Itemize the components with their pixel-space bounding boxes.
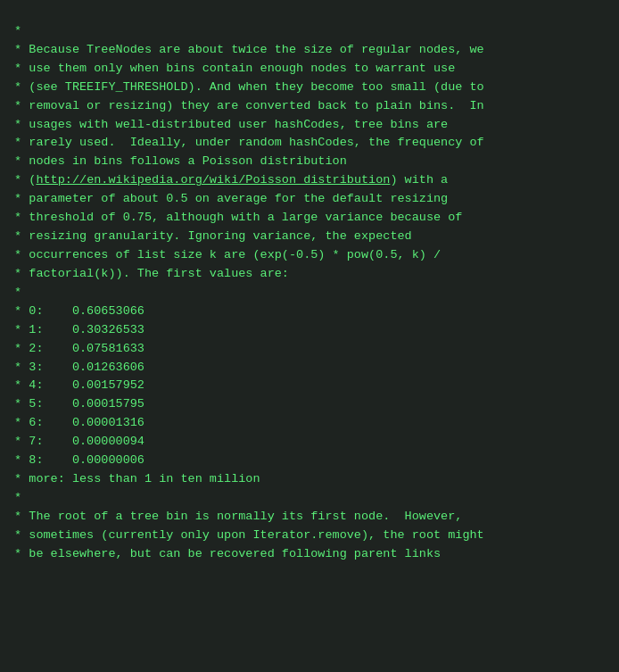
code-line: * 8: 0.00000006 <box>7 452 612 470</box>
code-line: * use them only when bins contain enough… <box>7 60 612 79</box>
code-line: * usages with well-distributed user hash… <box>7 116 612 135</box>
code-line: * (see TREEIFY_THRESHOLD). And when they… <box>7 79 612 97</box>
code-block: * * Because TreeNodes are about twice th… <box>0 0 619 568</box>
code-line: * <box>7 284 612 303</box>
code-line: * more: less than 1 in ten million <box>7 470 612 489</box>
code-line: * be elsewhere, but can be recovered fol… <box>7 545 612 564</box>
code-line: * 6: 0.00001316 <box>7 414 612 433</box>
code-line: * The root of a tree bin is normally its… <box>7 508 612 527</box>
code-line: * 0: 0.60653066 <box>7 303 612 321</box>
code-line: * rarely used. Ideally, under random has… <box>7 134 612 153</box>
code-line: * 4: 0.00157952 <box>7 377 612 395</box>
code-line: * parameter of about 0.5 on average for … <box>7 190 612 209</box>
code-line: * resizing granularity. Ignoring varianc… <box>7 228 612 246</box>
poisson-link[interactable]: http://en.wikipedia.org/wiki/Poisson_dis… <box>36 173 390 187</box>
code-line: * 1: 0.30326533 <box>7 321 612 340</box>
code-line: * 3: 0.01263606 <box>7 359 612 377</box>
code-line: * threshold of 0.75, although with a lar… <box>7 209 612 228</box>
code-line: * <box>7 489 612 508</box>
code-line: * 5: 0.00015795 <box>7 395 612 414</box>
code-line: * Because TreeNodes are about twice the … <box>7 41 612 60</box>
code-line: * <box>7 22 612 41</box>
code-line: * occurrences of list size k are (exp(-0… <box>7 246 612 265</box>
code-line: * removal or resizing) they are converte… <box>7 97 612 116</box>
code-line: * 2: 0.07581633 <box>7 340 612 359</box>
code-line: * sometimes (currently only upon Iterato… <box>7 527 612 545</box>
code-line: * 7: 0.00000094 <box>7 433 612 452</box>
code-line: * (http://en.wikipedia.org/wiki/Poisson_… <box>7 171 612 190</box>
code-line: * factorial(k)). The first values are: <box>7 265 612 284</box>
code-line: * nodes in bins follows a Poisson distri… <box>7 153 612 171</box>
